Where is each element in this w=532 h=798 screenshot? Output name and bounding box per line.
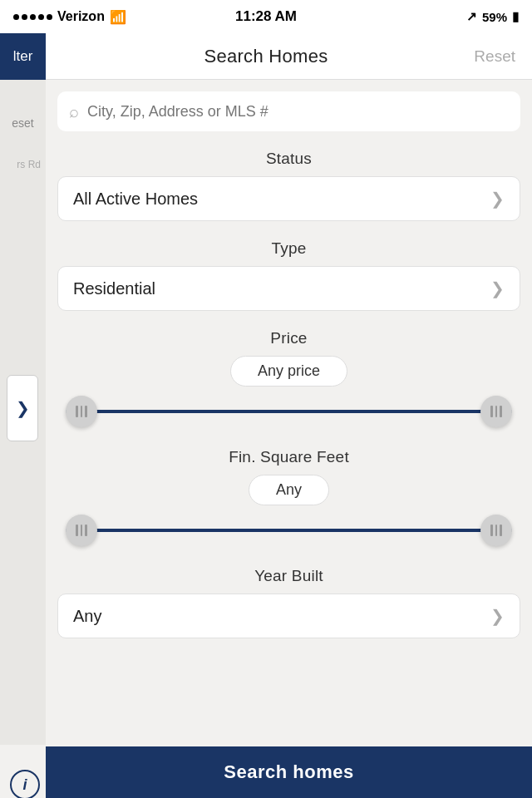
thumb-line	[490, 525, 493, 536]
signal-dot	[47, 14, 52, 20]
sqft-badge: Any	[57, 475, 520, 505]
price-section-label: Price	[46, 329, 532, 347]
reset-button[interactable]: Reset	[474, 47, 515, 66]
info-button[interactable]: i	[10, 770, 40, 798]
signal-dot	[30, 14, 36, 20]
slider-track	[66, 410, 512, 413]
search-bar[interactable]: ⌕	[57, 91, 520, 131]
signal-dot	[22, 14, 27, 20]
filter-label: lter	[13, 48, 33, 65]
carrier-label: Verizon	[57, 9, 105, 24]
status-value: All Active Homes	[73, 190, 198, 209]
thumb-handle-icon	[76, 406, 87, 417]
thumb-handle-icon	[76, 525, 87, 536]
year-built-selector[interactable]: Any ❯	[57, 594, 520, 638]
search-homes-button[interactable]: Search homes	[46, 746, 532, 798]
chevron-right-icon: ❯	[490, 606, 505, 626]
price-slider-section: Any price	[57, 356, 520, 430]
year-built-section-label: Year Built	[46, 567, 532, 585]
thumb-line	[490, 406, 493, 417]
sqft-slider[interactable]	[66, 512, 512, 549]
search-input[interactable]	[87, 103, 509, 121]
status-bar-right: ↗ 59% ▮	[466, 9, 519, 24]
thumb-line	[500, 406, 502, 417]
type-selector[interactable]: Residential ❯	[57, 266, 520, 311]
thumb-line	[81, 406, 83, 417]
status-bar: Verizon 📶 11:28 AM ↗ 59% ▮	[0, 0, 532, 33]
status-section-label: Status	[46, 150, 532, 168]
thumb-line	[81, 525, 83, 536]
sqft-badge-text: Any	[249, 475, 329, 505]
sidebar-toggle-button[interactable]: ❯	[7, 375, 38, 441]
price-badge-text: Any price	[230, 356, 347, 387]
price-slider-thumb-left[interactable]	[66, 396, 97, 427]
sqft-slider-section: Any	[57, 475, 520, 549]
sqft-slider-thumb-right[interactable]	[480, 515, 512, 546]
thumb-handle-icon	[490, 525, 502, 536]
sidebar-rd-label: rs Rd	[0, 159, 46, 170]
status-bar-left: Verizon 📶	[13, 9, 126, 25]
location-icon: ↗	[466, 9, 477, 24]
signal-dot	[38, 14, 44, 20]
bottom-spacer	[46, 638, 532, 705]
thumb-line	[85, 525, 87, 536]
thumb-line	[85, 406, 87, 417]
nav-bar: lter Search Homes Reset	[0, 33, 532, 80]
thumb-line	[500, 525, 502, 536]
battery-icon: ▮	[512, 9, 519, 24]
thumb-line	[495, 525, 498, 536]
filter-button[interactable]: lter	[0, 33, 46, 80]
sidebar-reset-label: eset	[0, 113, 46, 133]
status-bar-time: 11:28 AM	[235, 8, 297, 25]
sqft-slider-thumb-left[interactable]	[66, 515, 97, 546]
search-homes-label: Search homes	[224, 761, 353, 783]
signal-dots	[13, 14, 52, 20]
slider-track	[66, 529, 512, 532]
year-built-value: Any	[73, 607, 101, 626]
wifi-icon: 📶	[110, 9, 126, 25]
status-selector[interactable]: All Active Homes ❯	[57, 176, 520, 221]
battery-label: 59%	[482, 10, 507, 24]
signal-dot	[13, 14, 19, 20]
type-value: Residential	[73, 279, 155, 298]
page-title: Search Homes	[204, 46, 328, 67]
chevron-left-icon: ❯	[16, 398, 30, 418]
thumb-line	[76, 525, 78, 536]
thumb-handle-icon	[490, 406, 502, 417]
sidebar-panel: eset rs Rd ❯ i er	[0, 80, 46, 745]
thumb-line	[76, 406, 78, 417]
price-badge: Any price	[57, 356, 520, 387]
main-content: ⌕ Status All Active Homes ❯ Type Residen…	[46, 80, 532, 798]
chevron-right-icon: ❯	[490, 189, 505, 209]
price-slider-thumb-right[interactable]	[480, 396, 512, 427]
type-section-label: Type	[46, 239, 532, 258]
thumb-line	[495, 406, 498, 417]
search-icon: ⌕	[69, 102, 79, 121]
chevron-right-icon: ❯	[490, 278, 505, 298]
sqft-section-label: Fin. Square Feet	[46, 448, 532, 466]
price-slider[interactable]	[66, 393, 512, 430]
